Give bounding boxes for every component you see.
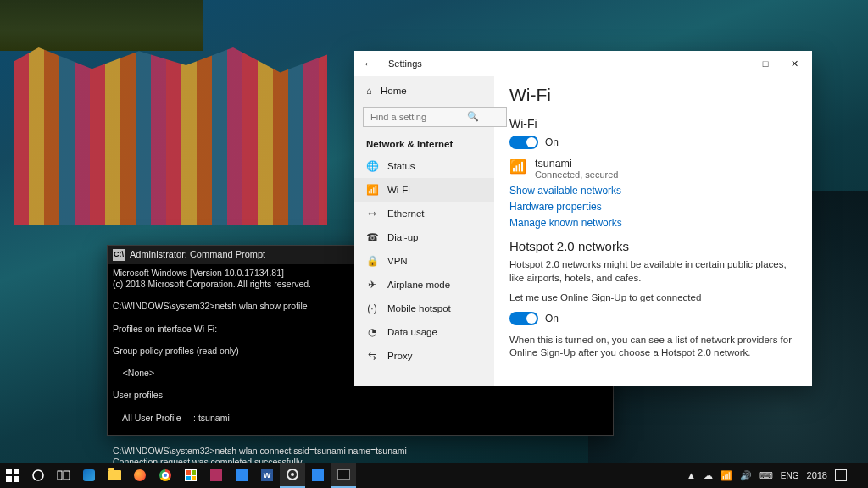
current-network[interactable]: 📶 tsunami Connected, secured [509, 158, 797, 180]
wifi-signal-icon: 📶 [509, 158, 526, 175]
vpn-icon: 🔒 [366, 255, 378, 267]
system-tray: ▲ ☁ 📶 🔊 ⌨ ENG 2018 [687, 463, 863, 488]
airplane-icon: ✈ [366, 279, 378, 291]
chrome-icon [159, 469, 171, 481]
nav-dialup-label: Dial-up [387, 232, 418, 242]
close-button[interactable]: ✕ [780, 52, 809, 75]
back-button[interactable]: ← [358, 57, 380, 70]
nav-proxy[interactable]: ⇆ Proxy [354, 344, 494, 368]
taskbar-app-generic-2[interactable] [229, 463, 254, 488]
firefox-icon [134, 469, 146, 481]
nav-mobile-hotspot[interactable]: (·) Mobile hotspot [354, 297, 494, 320]
link-show-available-networks[interactable]: Show available networks [509, 185, 797, 197]
nav-ethernet-label: Ethernet [387, 208, 424, 219]
home-icon: ⌂ [366, 86, 372, 96]
task-view-button[interactable] [51, 463, 76, 488]
nav-data-usage[interactable]: ◔ Data usage [354, 320, 494, 344]
show-desktop-button[interactable] [860, 463, 863, 488]
wifi-toggle[interactable]: On [509, 136, 797, 149]
nav-airplane[interactable]: ✈ Airplane mode [354, 273, 494, 297]
page-title: Wi-Fi [509, 85, 797, 105]
hotspot-heading: Hotspot 2.0 networks [509, 239, 797, 253]
taskbar-app-store[interactable] [178, 463, 203, 488]
tray-network-icon[interactable]: 📶 [721, 470, 732, 481]
nav-wifi[interactable]: 📶 Wi-Fi [354, 178, 494, 202]
wifi-heading: Wi-Fi [509, 117, 797, 130]
taskbar-app-generic-1[interactable] [203, 463, 229, 488]
minimize-button[interactable]: − [722, 52, 751, 75]
nav-status[interactable]: 🌐 Status [354, 154, 494, 178]
tray-clock[interactable]: 2018 [807, 470, 827, 480]
nav-section-heading: Network & Internet [354, 134, 494, 154]
nav-vpn[interactable]: 🔒 VPN [354, 249, 494, 273]
store-icon [185, 469, 197, 481]
hotspot-toggle-track[interactable] [509, 312, 538, 325]
hotspot-option-label: Let me use Online Sign-Up to get connect… [509, 291, 797, 305]
taskbar-app-word[interactable]: W [254, 463, 280, 488]
desktop: C:\ Administrator: Command Prompt Micros… [0, 0, 868, 488]
settings-content: Wi-Fi Wi-Fi On 📶 tsunami Connected, secu… [494, 76, 812, 386]
start-button[interactable] [0, 463, 25, 488]
nav-ethernet[interactable]: ⇿ Ethernet [354, 202, 494, 225]
taskbar-app-chrome[interactable] [153, 463, 178, 488]
taskbar-app-generic-3[interactable] [305, 463, 331, 488]
folder-icon [108, 470, 121, 480]
wifi-icon: 📶 [366, 184, 378, 196]
taskbar[interactable]: W ▲ ☁ 📶 🔊 ⌨ ENG 2018 [0, 463, 868, 488]
wifi-toggle-track[interactable] [509, 136, 538, 149]
taskbar-app-edge[interactable] [76, 463, 102, 488]
hotspot-icon: (·) [366, 302, 378, 314]
nav-vpn-label: VPN [387, 256, 408, 266]
svg-rect-6 [64, 471, 70, 480]
wifi-toggle-state: On [545, 136, 559, 148]
nav-hotspot-label: Mobile hotspot [387, 303, 451, 313]
svg-rect-2 [6, 476, 12, 482]
svg-rect-5 [58, 471, 62, 480]
taskbar-app-explorer[interactable] [102, 463, 127, 488]
nav-proxy-label: Proxy [387, 351, 412, 361]
taskbar-apps: W [0, 463, 356, 488]
command-prompt-title: Administrator: Command Prompt [130, 249, 265, 261]
hotspot-note: When this is turned on, you can see a li… [509, 334, 797, 360]
tray-overflow-button[interactable]: ▲ [687, 470, 696, 480]
tray-action-center-icon[interactable] [835, 469, 847, 481]
settings-nav: ⌂ Home 🔍 Network & Internet 🌐 Status 📶 W… [354, 76, 494, 386]
network-name: tsunami [535, 158, 618, 169]
tray-keyboard-icon[interactable]: ⌨ [760, 470, 773, 481]
taskbar-app-terminal[interactable] [331, 463, 356, 488]
tray-onedrive-icon[interactable]: ☁ [704, 470, 713, 481]
svg-rect-0 [6, 469, 12, 474]
settings-app-title: Settings [388, 58, 422, 69]
link-hardware-properties[interactable]: Hardware properties [509, 201, 797, 213]
proxy-icon: ⇆ [366, 350, 378, 362]
svg-point-4 [33, 470, 43, 480]
link-manage-known-networks[interactable]: Manage known networks [509, 217, 797, 229]
edge-icon [83, 469, 95, 481]
nav-home[interactable]: ⌂ Home [354, 80, 494, 102]
settings-window[interactable]: ← Settings − □ ✕ ⌂ Home 🔍 Network & Inte… [354, 51, 812, 386]
cortana-button[interactable] [25, 463, 51, 488]
svg-rect-3 [14, 476, 19, 482]
nav-status-label: Status [387, 161, 415, 171]
taskbar-app-firefox[interactable] [127, 463, 153, 488]
taskbar-app-settings[interactable] [280, 463, 305, 488]
tray-language[interactable]: ENG [781, 471, 799, 480]
search-input[interactable] [363, 107, 507, 127]
status-icon: 🌐 [366, 160, 378, 172]
dialup-icon: ☎ [366, 231, 378, 243]
nav-dialup[interactable]: ☎ Dial-up [354, 225, 494, 249]
datausage-icon: ◔ [366, 326, 378, 338]
hotspot-description: Hotspot 2.0 networks might be available … [509, 258, 797, 285]
maximize-button[interactable]: □ [751, 52, 780, 75]
settings-titlebar[interactable]: ← Settings − □ ✕ [354, 51, 812, 76]
tray-volume-icon[interactable]: 🔊 [740, 470, 752, 481]
svg-rect-1 [14, 469, 19, 474]
generic-app-icon [312, 469, 324, 481]
hotspot-toggle[interactable]: On [509, 312, 797, 325]
nav-datausage-label: Data usage [387, 327, 437, 337]
ethernet-icon: ⇿ [366, 208, 378, 219]
hotspot-toggle-state: On [545, 313, 559, 324]
generic-app-icon [210, 469, 222, 481]
nav-airplane-label: Airplane mode [387, 280, 450, 290]
wallpaper-buildings [14, 47, 327, 225]
